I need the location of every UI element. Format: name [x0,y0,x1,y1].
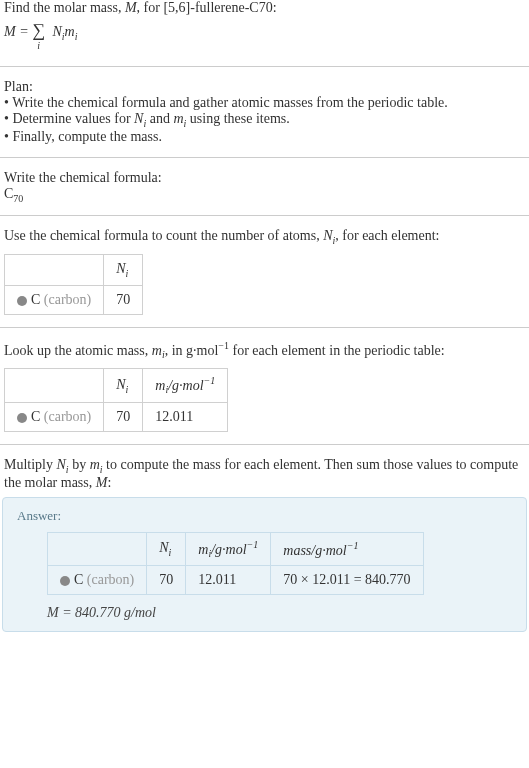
step3-exp: −1 [218,340,229,351]
header-N-var: N [116,261,125,276]
header-m-unit: /g·mol [211,541,246,556]
chemical-formula: C70 [4,186,525,204]
element-cell: C (carbon) [48,566,147,595]
header-N: Ni [147,532,186,565]
rhs-m-sub: i [75,31,78,42]
formula-element: C [4,186,13,201]
intro-section: Find the molar mass, M, for [5,6]-fuller… [0,0,529,54]
rhs-N: N [52,24,61,39]
plan-b2-suffix: using these items. [186,111,289,126]
m-value: 12.011 [143,402,228,431]
element-dot-icon [60,576,70,586]
answer-box: Answer: Ni mi/g·mol−1 mass/g·mol−1 C (ca… [2,497,527,632]
plan-b2-and: and [146,111,173,126]
formula-eq: = [16,24,32,39]
header-m-var: m [155,378,165,393]
element-symbol: C [31,292,40,307]
final-value: = 840.770 g/mol [59,605,156,620]
sum-index: i [37,40,40,51]
header-N: Ni [104,255,143,286]
step3-suffix: for each element in the periodic table: [229,343,445,358]
step4-M: M [96,475,108,490]
divider [0,444,529,445]
divider [0,66,529,67]
element-name: (carbon) [40,292,91,307]
final-M: M [47,605,59,620]
divider [0,157,529,158]
header-m: mi/g·mol−1 [186,532,271,565]
header-mass-exp: −1 [347,540,359,551]
step4-by: by [69,457,90,472]
step4-prefix: Multiply [4,457,57,472]
intro-text-suffix: , for [5,6]-fullerene-C70: [137,0,277,15]
plan-bullet-1: • Write the chemical formula and gather … [4,95,525,111]
mass-calculation: 70 × 12.011 = 840.770 [271,566,423,595]
plan-bullet-2: • Determine values for Ni and mi using t… [4,111,525,129]
m-value: 12.011 [186,566,271,595]
step2-prefix: Use the chemical formula to count the nu… [4,228,323,243]
step4-suffix: : [107,475,111,490]
step3-mid: , in g·mol [165,343,219,358]
header-blank [48,532,147,565]
atom-count-table: Ni C (carbon) 70 [4,254,143,315]
step4-m: m [90,457,100,472]
sum-symbol: ∑i [32,20,45,41]
divider [0,215,529,216]
header-mass-text: mass/g·mol [283,542,346,557]
step3-m: m [152,343,162,358]
header-m-exp: −1 [204,375,216,386]
plan-section: Plan: • Write the chemical formula and g… [0,79,529,145]
step1-section: Write the chemical formula: C70 [0,170,529,204]
n-value: 70 [104,402,143,431]
header-m-exp: −1 [247,539,259,550]
plan-b2-m: m [173,111,183,126]
element-name: (carbon) [83,572,134,587]
molar-mass-formula: M = ∑i Nimi [4,16,525,54]
table-header-row: Ni mi/g·mol−1 [5,369,228,402]
header-N-sub: i [169,547,172,558]
formula-rhs: Nimi [52,24,77,39]
rhs-m: m [65,24,75,39]
final-molar-mass: M = 840.770 g/mol [47,605,512,621]
header-N-sub: i [126,268,129,279]
header-N-sub: i [126,384,129,395]
step2-N: N [323,228,332,243]
element-symbol: C [31,409,40,424]
answer-table: Ni mi/g·mol−1 mass/g·mol−1 C (carbon) 70… [47,532,424,595]
header-m-unit: /g·mol [168,378,203,393]
intro-line: Find the molar mass, M, for [5,6]-fuller… [4,0,525,16]
step3-section: Look up the atomic mass, mi, in g·mol−1 … [0,340,529,432]
step3-prefix: Look up the atomic mass, [4,343,152,358]
plan-bullet-3: • Finally, compute the mass. [4,129,525,145]
step4-section: Multiply Ni by mi to compute the mass fo… [0,457,529,491]
formula-count: 70 [13,192,23,203]
n-value: 70 [104,285,143,314]
header-mass: mass/g·mol−1 [271,532,423,565]
header-N-var: N [159,540,168,555]
table-header-row: Ni mi/g·mol−1 mass/g·mol−1 [48,532,424,565]
divider [0,327,529,328]
table-row: C (carbon) 70 12.011 70 × 12.011 = 840.7… [48,566,424,595]
step2-section: Use the chemical formula to count the nu… [0,228,529,315]
step3-text: Look up the atomic mass, mi, in g·mol−1 … [4,340,525,360]
element-cell: C (carbon) [5,285,104,314]
answer-content: Ni mi/g·mol−1 mass/g·mol−1 C (carbon) 70… [17,532,512,621]
step4-text: Multiply Ni by mi to compute the mass fo… [4,457,525,491]
element-symbol: C [74,572,83,587]
atomic-mass-table: Ni mi/g·mol−1 C (carbon) 70 12.011 [4,368,228,431]
step2-text: Use the chemical formula to count the nu… [4,228,525,246]
header-blank [5,255,104,286]
formula-lhs: M [4,24,16,39]
header-N-var: N [116,377,125,392]
step4-N: N [57,457,66,472]
table-row: C (carbon) 70 12.011 [5,402,228,431]
plan-b2-prefix: • Determine values for [4,111,134,126]
header-m-var: m [198,541,208,556]
plan-heading: Plan: [4,79,525,95]
intro-text: Find the molar mass, [4,0,125,15]
intro-var-M: M [125,0,137,15]
answer-label: Answer: [17,508,512,524]
table-header-row: Ni [5,255,143,286]
step1-heading: Write the chemical formula: [4,170,525,186]
table-row: C (carbon) 70 [5,285,143,314]
